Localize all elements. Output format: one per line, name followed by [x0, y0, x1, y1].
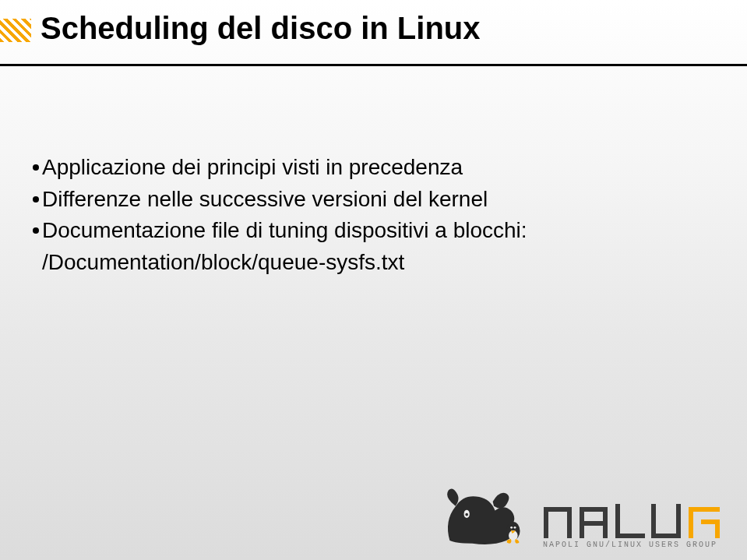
bullet-dot-icon [33, 196, 39, 203]
bullet-item: Differenze nelle successive versioni del… [33, 184, 527, 216]
sub-line: /Documentation/block/queue-sysfs.txt [33, 247, 527, 279]
svg-point-1 [465, 513, 468, 516]
bullet-item: Applicazione dei principi visti in prece… [33, 152, 527, 184]
nalug-subtitle: NAPOLI GNU/LINUX USERS GROUP [543, 541, 717, 549]
slide-content: Applicazione dei principi visti in prece… [33, 152, 527, 278]
nalug-wordmark-icon [543, 502, 730, 539]
bullet-text: Documentazione file di tuning dispositiv… [42, 215, 527, 247]
bullet-dot-icon [33, 164, 39, 171]
bullet-dot-icon [33, 227, 39, 234]
svg-point-4 [510, 527, 513, 529]
bullet-text: Applicazione dei principi visti in prece… [42, 152, 463, 184]
slide-header: Scheduling del disco in Linux [0, 0, 747, 86]
bullet-text: Differenze nelle successive versioni del… [42, 184, 488, 216]
gnu-tux-icon [437, 487, 530, 549]
nalug-logo: NAPOLI GNU/LINUX USERS GROUP [543, 502, 730, 549]
slide-title: Scheduling del disco in Linux [41, 11, 481, 45]
bullet-item: Documentazione file di tuning dispositiv… [33, 215, 527, 247]
title-underline [0, 64, 747, 66]
footer-logo-area: NAPOLI GNU/LINUX USERS GROUP [437, 487, 730, 549]
accent-stripe [0, 19, 31, 42]
svg-point-5 [514, 527, 516, 529]
